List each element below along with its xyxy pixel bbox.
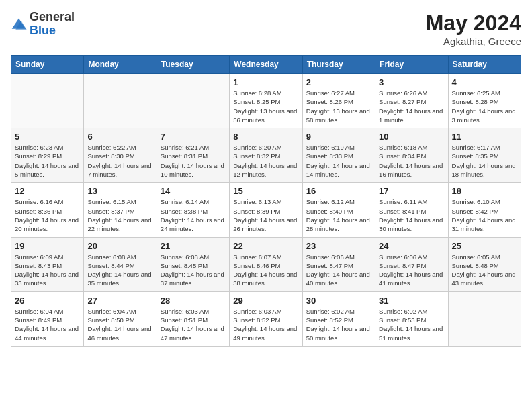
calendar-cell: 2Sunrise: 6:27 AM Sunset: 8:26 PM Daylig…	[302, 74, 375, 128]
calendar-cell: 11Sunrise: 6:17 AM Sunset: 8:35 PM Dayli…	[448, 128, 521, 183]
weekday-header-row: SundayMondayTuesdayWednesdayThursdayFrid…	[11, 56, 521, 74]
day-info: Sunrise: 6:10 AM Sunset: 8:42 PM Dayligh…	[452, 197, 517, 233]
weekday-header: Tuesday	[157, 56, 229, 74]
logo-icon	[11, 16, 27, 32]
calendar-cell: 24Sunrise: 6:06 AM Sunset: 8:47 PM Dayli…	[375, 237, 448, 291]
calendar-cell: 21Sunrise: 6:08 AM Sunset: 8:45 PM Dayli…	[157, 237, 229, 291]
calendar-cell: 23Sunrise: 6:06 AM Sunset: 8:47 PM Dayli…	[302, 237, 375, 291]
calendar-cell: 22Sunrise: 6:07 AM Sunset: 8:46 PM Dayli…	[230, 237, 302, 291]
day-number: 19	[15, 241, 80, 251]
calendar-cell: 27Sunrise: 6:04 AM Sunset: 8:50 PM Dayli…	[84, 291, 157, 346]
calendar-week-row: 5Sunrise: 6:23 AM Sunset: 8:29 PM Daylig…	[11, 128, 521, 183]
calendar-week-row: 12Sunrise: 6:16 AM Sunset: 8:36 PM Dayli…	[11, 183, 521, 237]
calendar-week-row: 19Sunrise: 6:09 AM Sunset: 8:43 PM Dayli…	[11, 237, 521, 291]
day-number: 25	[452, 241, 517, 251]
day-number: 15	[233, 186, 298, 196]
weekday-header: Sunday	[11, 56, 84, 74]
logo: General Blue	[11, 11, 75, 38]
calendar-cell	[84, 74, 157, 128]
day-number: 24	[379, 241, 444, 251]
day-number: 27	[87, 295, 152, 306]
day-info: Sunrise: 6:06 AM Sunset: 8:47 PM Dayligh…	[379, 253, 444, 288]
day-number: 30	[306, 295, 371, 306]
calendar-cell: 30Sunrise: 6:02 AM Sunset: 8:52 PM Dayli…	[302, 291, 375, 346]
day-info: Sunrise: 6:23 AM Sunset: 8:29 PM Dayligh…	[15, 143, 80, 179]
calendar-cell: 14Sunrise: 6:14 AM Sunset: 8:38 PM Dayli…	[157, 183, 229, 237]
day-info: Sunrise: 6:02 AM Sunset: 8:52 PM Dayligh…	[306, 307, 371, 342]
weekday-header: Monday	[84, 56, 157, 74]
calendar-cell: 4Sunrise: 6:25 AM Sunset: 8:28 PM Daylig…	[448, 74, 521, 128]
day-info: Sunrise: 6:22 AM Sunset: 8:30 PM Dayligh…	[87, 143, 152, 179]
day-number: 20	[87, 241, 152, 251]
day-number: 16	[306, 186, 371, 196]
weekday-header: Wednesday	[230, 56, 302, 74]
calendar-week-row: 1Sunrise: 6:28 AM Sunset: 8:25 PM Daylig…	[11, 74, 521, 128]
day-info: Sunrise: 6:03 AM Sunset: 8:51 PM Dayligh…	[161, 307, 226, 342]
logo-blue-text: Blue	[30, 24, 56, 37]
day-number: 12	[15, 186, 80, 196]
calendar-cell: 15Sunrise: 6:13 AM Sunset: 8:39 PM Dayli…	[230, 183, 302, 237]
day-info: Sunrise: 6:20 AM Sunset: 8:32 PM Dayligh…	[233, 143, 298, 179]
day-number: 22	[233, 241, 298, 251]
month-title: May 2024	[426, 11, 521, 36]
calendar-cell: 16Sunrise: 6:12 AM Sunset: 8:40 PM Dayli…	[302, 183, 375, 237]
calendar-cell: 25Sunrise: 6:05 AM Sunset: 8:48 PM Dayli…	[448, 237, 521, 291]
calendar-cell: 19Sunrise: 6:09 AM Sunset: 8:43 PM Dayli…	[11, 237, 84, 291]
calendar-week-row: 26Sunrise: 6:04 AM Sunset: 8:49 PM Dayli…	[11, 291, 521, 346]
calendar-cell: 29Sunrise: 6:03 AM Sunset: 8:52 PM Dayli…	[230, 291, 302, 346]
calendar-cell	[157, 74, 229, 128]
day-info: Sunrise: 6:02 AM Sunset: 8:53 PM Dayligh…	[379, 307, 444, 342]
calendar-cell: 26Sunrise: 6:04 AM Sunset: 8:49 PM Dayli…	[11, 291, 84, 346]
day-info: Sunrise: 6:28 AM Sunset: 8:25 PM Dayligh…	[233, 89, 298, 124]
calendar-cell: 9Sunrise: 6:19 AM Sunset: 8:33 PM Daylig…	[302, 128, 375, 183]
day-info: Sunrise: 6:08 AM Sunset: 8:45 PM Dayligh…	[161, 253, 226, 288]
day-number: 8	[233, 132, 298, 142]
day-info: Sunrise: 6:27 AM Sunset: 8:26 PM Dayligh…	[306, 89, 371, 124]
calendar-cell: 31Sunrise: 6:02 AM Sunset: 8:53 PM Dayli…	[375, 291, 448, 346]
day-info: Sunrise: 6:19 AM Sunset: 8:33 PM Dayligh…	[306, 143, 371, 179]
location: Agkathia, Greece	[426, 36, 521, 47]
day-info: Sunrise: 6:08 AM Sunset: 8:44 PM Dayligh…	[87, 253, 152, 288]
title-area: May 2024 Agkathia, Greece	[426, 11, 521, 47]
day-number: 7	[161, 132, 226, 142]
day-number: 23	[306, 241, 371, 251]
calendar-cell: 5Sunrise: 6:23 AM Sunset: 8:29 PM Daylig…	[11, 128, 84, 183]
day-number: 5	[15, 132, 80, 142]
calendar-cell: 7Sunrise: 6:21 AM Sunset: 8:31 PM Daylig…	[157, 128, 229, 183]
day-info: Sunrise: 6:04 AM Sunset: 8:50 PM Dayligh…	[87, 307, 152, 342]
day-info: Sunrise: 6:17 AM Sunset: 8:35 PM Dayligh…	[452, 143, 517, 179]
day-info: Sunrise: 6:03 AM Sunset: 8:52 PM Dayligh…	[233, 307, 298, 342]
day-number: 26	[15, 295, 80, 306]
calendar-cell: 6Sunrise: 6:22 AM Sunset: 8:30 PM Daylig…	[84, 128, 157, 183]
day-info: Sunrise: 6:15 AM Sunset: 8:37 PM Dayligh…	[87, 197, 152, 233]
calendar-cell: 8Sunrise: 6:20 AM Sunset: 8:32 PM Daylig…	[230, 128, 302, 183]
day-info: Sunrise: 6:14 AM Sunset: 8:38 PM Dayligh…	[161, 197, 226, 233]
day-number: 9	[306, 132, 371, 142]
day-number: 14	[161, 186, 226, 196]
calendar-cell	[448, 291, 521, 346]
day-number: 4	[452, 77, 517, 87]
logo-general-text: General	[30, 10, 75, 24]
day-number: 2	[306, 77, 371, 87]
weekday-header: Friday	[375, 56, 448, 74]
weekday-header: Saturday	[448, 56, 521, 74]
calendar-cell: 3Sunrise: 6:26 AM Sunset: 8:27 PM Daylig…	[375, 74, 448, 128]
calendar-cell: 28Sunrise: 6:03 AM Sunset: 8:51 PM Dayli…	[157, 291, 229, 346]
day-info: Sunrise: 6:26 AM Sunset: 8:27 PM Dayligh…	[379, 89, 444, 124]
weekday-header: Thursday	[302, 56, 375, 74]
day-number: 21	[161, 241, 226, 251]
day-info: Sunrise: 6:21 AM Sunset: 8:31 PM Dayligh…	[161, 143, 226, 179]
day-info: Sunrise: 6:04 AM Sunset: 8:49 PM Dayligh…	[15, 307, 80, 342]
calendar-cell: 18Sunrise: 6:10 AM Sunset: 8:42 PM Dayli…	[448, 183, 521, 237]
calendar-cell: 1Sunrise: 6:28 AM Sunset: 8:25 PM Daylig…	[230, 74, 302, 128]
calendar-cell	[11, 74, 84, 128]
calendar-cell: 17Sunrise: 6:11 AM Sunset: 8:41 PM Dayli…	[375, 183, 448, 237]
day-number: 29	[233, 295, 298, 306]
day-info: Sunrise: 6:16 AM Sunset: 8:36 PM Dayligh…	[15, 197, 80, 233]
day-info: Sunrise: 6:18 AM Sunset: 8:34 PM Dayligh…	[379, 143, 444, 179]
day-info: Sunrise: 6:11 AM Sunset: 8:41 PM Dayligh…	[379, 197, 444, 233]
day-info: Sunrise: 6:07 AM Sunset: 8:46 PM Dayligh…	[233, 253, 298, 288]
day-info: Sunrise: 6:13 AM Sunset: 8:39 PM Dayligh…	[233, 197, 298, 233]
day-info: Sunrise: 6:06 AM Sunset: 8:47 PM Dayligh…	[306, 253, 371, 288]
day-info: Sunrise: 6:25 AM Sunset: 8:28 PM Dayligh…	[452, 89, 517, 124]
